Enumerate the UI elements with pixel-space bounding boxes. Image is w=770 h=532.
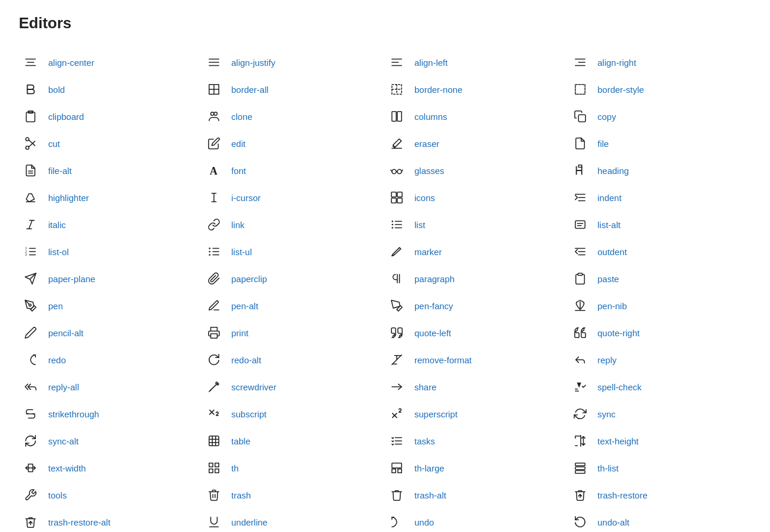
glasses-label: glasses — [414, 166, 444, 176]
clipboard-icon — [21, 107, 40, 126]
icon-item-file: file — [568, 130, 752, 157]
paragraph-icon — [387, 269, 406, 288]
border-none-label: border-none — [414, 85, 463, 95]
pen-fancy-label: pen-fancy — [414, 301, 453, 311]
spell-check-label: spell-check — [598, 382, 642, 392]
quote-right-label: quote-right — [598, 328, 640, 338]
file-alt-icon — [21, 161, 40, 180]
trash-restore-alt-label: trash-restore-alt — [48, 517, 111, 527]
pen-icon — [21, 296, 40, 315]
superscript-label: superscript — [414, 409, 457, 419]
svg-rect-105 — [209, 463, 212, 467]
icon-item-spell-check: spell-check — [568, 373, 752, 400]
eraser-label: eraser — [414, 139, 440, 149]
text-height-icon — [571, 431, 590, 450]
trash-restore-icon — [571, 486, 590, 504]
border-style-label: border-style — [598, 85, 644, 95]
svg-point-59 — [391, 220, 393, 222]
align-left-icon — [387, 53, 406, 72]
icon-item-list-alt: list-alt — [568, 211, 752, 238]
icon-item-reply: reply — [568, 346, 752, 373]
list-label: list — [414, 220, 425, 230]
italic-label: italic — [48, 220, 66, 230]
svg-rect-114 — [575, 471, 585, 474]
border-none-icon — [387, 80, 406, 99]
border-style-icon — [571, 80, 590, 99]
svg-line-40 — [401, 170, 403, 172]
edit-icon — [205, 134, 223, 153]
indent-label: indent — [598, 193, 622, 203]
svg-rect-88 — [210, 334, 217, 338]
align-right-label: align-right — [598, 58, 637, 68]
svg-point-74 — [209, 247, 210, 249]
icon-item-marker: marker — [385, 238, 568, 265]
trash-restore-label: trash-restore — [598, 490, 648, 500]
screwdriver-label: screwdriver — [232, 382, 277, 392]
icon-item-tools: tools — [19, 481, 202, 508]
svg-rect-106 — [215, 463, 218, 467]
svg-rect-48 — [391, 198, 396, 203]
svg-rect-46 — [391, 192, 396, 197]
tools-label: tools — [48, 490, 67, 500]
svg-rect-108 — [215, 469, 218, 473]
columns-label: columns — [414, 112, 447, 122]
cut-label: cut — [48, 139, 60, 149]
icon-item-border-none: border-none — [385, 76, 568, 103]
icon-item-clone: clone — [202, 103, 386, 130]
text-width-icon — [21, 459, 40, 477]
highlighter-icon — [21, 188, 40, 207]
quote-right-icon — [571, 323, 590, 342]
list-icon — [387, 215, 406, 234]
trash-label: trash — [232, 490, 251, 500]
icon-item-italic: italic — [19, 211, 202, 238]
heading-icon — [571, 161, 590, 180]
svg-rect-113 — [575, 467, 585, 470]
reply-all-icon — [21, 377, 40, 396]
icon-item-quote-right: quote-right — [568, 319, 752, 346]
font-label: font — [232, 166, 246, 176]
align-center-icon — [21, 53, 40, 72]
file-icon — [571, 134, 590, 153]
icon-item-heading: heading — [568, 157, 752, 184]
font-icon: A — [205, 161, 223, 180]
icon-item-pencil-alt: pencil-alt — [19, 319, 202, 346]
svg-rect-25 — [392, 112, 396, 122]
svg-point-23 — [210, 112, 214, 116]
screwdriver-icon — [205, 377, 223, 396]
icons-icon — [387, 188, 406, 207]
icon-item-bold: bold — [19, 76, 202, 103]
icon-item-align-left: align-left — [385, 49, 568, 76]
tasks-icon — [387, 431, 406, 450]
svg-line-91 — [209, 390, 211, 392]
th-icon — [205, 459, 223, 477]
icon-item-i-cursor: i-cursor — [202, 184, 386, 211]
icon-item-screwdriver: screwdriver — [202, 373, 386, 400]
file-alt-label: file-alt — [48, 166, 72, 176]
pen-nib-icon — [571, 296, 590, 315]
icon-item-text-width: text-width — [19, 454, 202, 481]
undo-alt-label: undo-alt — [598, 517, 630, 527]
align-center-label: align-center — [48, 58, 94, 68]
remove-format-label: remove-format — [414, 355, 472, 365]
clipboard-label: clipboard — [48, 112, 84, 122]
marker-icon — [387, 242, 406, 261]
icon-item-th-list: th-list — [568, 454, 752, 481]
icon-item-pen-nib: pen-nib — [568, 292, 752, 319]
undo-label: undo — [414, 517, 434, 527]
bold-label: bold — [48, 85, 65, 95]
redo-alt-icon — [205, 350, 223, 369]
paragraph-label: paragraph — [414, 274, 454, 284]
icon-item-reply-all: reply-all — [19, 373, 202, 400]
svg-rect-111 — [398, 469, 401, 473]
svg-point-61 — [391, 227, 393, 229]
svg-point-37 — [397, 169, 401, 173]
icon-item-copy: copy — [568, 103, 752, 130]
pen-fancy-icon — [387, 296, 406, 315]
i-cursor-label: i-cursor — [232, 193, 261, 203]
th-list-label: th-list — [598, 463, 619, 473]
icons-label: icons — [414, 193, 435, 203]
text-height-label: text-height — [598, 436, 639, 446]
icon-item-border-style: border-style — [568, 76, 752, 103]
paperclip-label: paperclip — [232, 274, 267, 284]
icons-grid: align-centeralign-justifyalign-leftalign… — [19, 49, 751, 532]
